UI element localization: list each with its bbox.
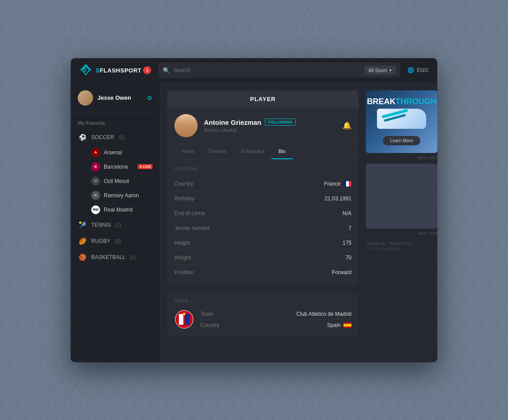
- tab-scheduled[interactable]: Scheduled: [234, 144, 271, 159]
- copyright: © 2018 FlashSport: [366, 246, 399, 251]
- sidebar-item-soccer[interactable]: ⚽ SOCCER (5): [71, 129, 160, 145]
- team-item-real-madrid[interactable]: RM Real Madrid: [71, 203, 160, 217]
- settings-icon[interactable]: ⚙: [147, 94, 152, 102]
- language-selector[interactable]: 🌐 ENG: [407, 67, 428, 73]
- app-body: Jesse Owen ⚙ My Favorite ⚽ SOCCER (5) A …: [71, 83, 437, 362]
- atletico-svg: [174, 310, 194, 329]
- player-info-bar: Antoine Griezman FOLLOWING Atletico Madr…: [167, 108, 359, 144]
- ozil-badge: O: [91, 177, 100, 186]
- sidebar-item-basketball[interactable]: 🏀 BASKETBALL (1): [71, 249, 160, 265]
- barcelona-badge: B: [91, 162, 100, 171]
- rugby-icon: 🏉: [78, 237, 87, 246]
- spain-flag: [343, 322, 351, 328]
- contact-us-link[interactable]: Contact us: [366, 241, 385, 246]
- bio-row-weight: Weight 70: [174, 250, 351, 265]
- ad-source-2: NIKE.COM: [366, 230, 437, 239]
- globe-icon: 🌐: [407, 67, 414, 73]
- basketball-icon: 🏀: [78, 253, 87, 262]
- logo-text: SFLASHSPORT: [96, 67, 141, 74]
- player-section: PLAYER Antoine Griezman FOLLOWING Atleti…: [167, 90, 359, 287]
- bio-section-label: GENERAL: [174, 166, 351, 171]
- team-section-label: TEAM: [174, 298, 351, 303]
- svg-text:S: S: [84, 68, 87, 72]
- notification-badge[interactable]: 1: [143, 66, 151, 74]
- favorites-section-title: My Favorite: [71, 120, 160, 129]
- player-avatar: [174, 114, 198, 137]
- ramsey-badge: R: [91, 191, 100, 200]
- bio-row-jersey: Jersey number 7: [174, 221, 351, 236]
- top-nav: S SFLASHSPORT 1 🔍 All Sport ▼ 🌐 ENG: [71, 58, 437, 83]
- tab-news[interactable]: News: [174, 144, 201, 159]
- team-section: TEAM Team Club A: [167, 292, 359, 337]
- team-row-name: Team Club Atletico de Madrid: [200, 309, 351, 320]
- footer-links: Contact us - Terms of use © 2018 FlashSp…: [366, 239, 437, 253]
- team-item-arsenal[interactable]: A Arsenal: [71, 145, 160, 160]
- bio-section: GENERAL Country France Birthday 21.03.19…: [167, 159, 359, 287]
- chevron-down-icon: ▼: [389, 68, 392, 72]
- svg-point-4: [183, 313, 186, 315]
- atletico-badge: [174, 310, 194, 329]
- player-name: Antoine Griezman: [204, 119, 261, 126]
- player-club: Atletico Madrid: [204, 127, 336, 133]
- search-input[interactable]: [174, 67, 361, 73]
- live-badge: ● LIVE: [138, 164, 152, 169]
- ad-banner-nike-2: [366, 164, 437, 229]
- player-tabs: News Timeline Scheduled Bio: [167, 144, 359, 159]
- soccer-icon: ⚽: [78, 133, 87, 142]
- tab-timeline[interactable]: Timeline: [201, 144, 234, 159]
- bio-row-birthday: Birthday 21.03.1991: [174, 191, 351, 206]
- terms-link[interactable]: Terms of use: [389, 241, 412, 246]
- main-content: PLAYER Antoine Griezman FOLLOWING Atleti…: [160, 83, 366, 362]
- svg-rect-2: [179, 314, 183, 325]
- france-flag: [343, 181, 351, 187]
- ad-source-1: NIKE.COM: [366, 155, 437, 164]
- sidebar-item-tennis[interactable]: 🎾 TENNIS (1): [71, 217, 160, 233]
- player-name-area: Antoine Griezman FOLLOWING Atletico Madr…: [204, 119, 336, 133]
- logo-icon: S: [80, 64, 92, 76]
- search-icon: 🔍: [163, 67, 170, 74]
- following-badge[interactable]: FOLLOWING: [265, 119, 296, 126]
- team-row-country: Country Spain: [200, 320, 351, 331]
- logo-area: S SFLASHSPORT 1: [80, 64, 151, 76]
- team-item-ozil[interactable]: O Ozil Mesut: [71, 174, 160, 188]
- arsenal-badge: A: [91, 148, 100, 157]
- bell-icon[interactable]: 🔔: [343, 121, 351, 130]
- ad-title: BREAKTHROUGH: [367, 98, 436, 106]
- right-panel: BREAKTHROUGH Learn More NIKE.COM NIKE.CO…: [366, 83, 437, 362]
- sidebar: Jesse Owen ⚙ My Favorite ⚽ SOCCER (5) A …: [71, 83, 160, 362]
- user-profile: Jesse Owen ⚙: [71, 90, 160, 113]
- player-section-title: PLAYER: [167, 90, 359, 108]
- bio-row-height: Height 175: [174, 236, 351, 250]
- username: Jesse Owen: [97, 94, 142, 101]
- learn-more-button[interactable]: Learn More: [383, 136, 420, 145]
- bio-row-end-of-career: End of carrer N/A: [174, 206, 351, 221]
- app-window: S SFLASHSPORT 1 🔍 All Sport ▼ 🌐 ENG: [71, 58, 437, 362]
- search-bar: 🔍 All Sport ▼: [158, 63, 400, 78]
- bio-row-country: Country France: [174, 177, 351, 191]
- avatar: [78, 90, 93, 106]
- sidebar-item-rugby[interactable]: 🏉 RUGBY (3): [71, 233, 160, 249]
- real-madrid-badge: RM: [91, 205, 100, 214]
- tennis-icon: 🎾: [78, 221, 87, 229]
- tab-bio[interactable]: Bio: [271, 144, 293, 159]
- shoe-visual: [377, 109, 426, 133]
- ad-banner-nike-1: BREAKTHROUGH Learn More: [366, 90, 437, 153]
- team-item-ramsey[interactable]: R Ramsey Aaron: [71, 188, 160, 203]
- search-filter-dropdown[interactable]: All Sport ▼: [364, 66, 396, 75]
- team-item-barcelona[interactable]: B Barcelona ● LIVE: [71, 160, 160, 174]
- svg-rect-3: [185, 314, 190, 325]
- bio-row-position: Position Forward: [174, 265, 351, 280]
